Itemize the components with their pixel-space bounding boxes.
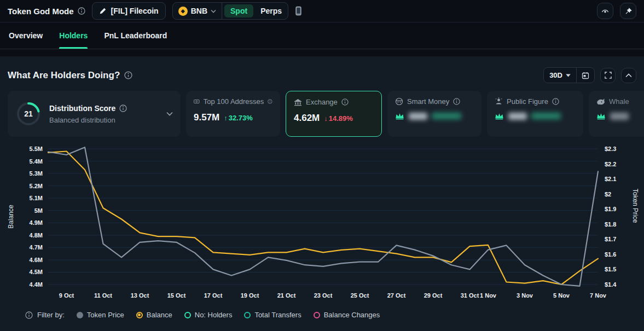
app-title: Token God Mode [8, 7, 85, 16]
divider [222, 3, 222, 19]
page-tabs: Overview Holders PnL Leaderboard [0, 22, 644, 49]
svg-text:$2.3: $2.3 [605, 146, 616, 152]
card-smart-money[interactable]: Smart Money [387, 91, 481, 137]
distribution-score-gauge: 21 [15, 101, 42, 127]
card-title: Top 100 Addresses [204, 97, 264, 106]
card-exchange[interactable]: Exchange 4.62M ↓ 14.89% [286, 91, 382, 137]
up-arrow-icon: ↑ [224, 114, 228, 122]
svg-text:31 Oct: 31 Oct [461, 292, 479, 299]
mobile-device-icon[interactable] [295, 6, 302, 16]
info-icon[interactable] [119, 104, 127, 112]
info-icon[interactable] [78, 7, 85, 15]
collapse-button[interactable] [621, 68, 636, 83]
calendar-button[interactable] [576, 68, 594, 83]
range-dropdown[interactable]: 30D [544, 71, 576, 79]
filter-option-total-transfers[interactable]: Total Transfers [244, 311, 301, 319]
svg-text:4.7M: 4.7M [30, 244, 43, 251]
fullscreen-button[interactable] [600, 68, 616, 83]
tab-pnl-leaderboard[interactable]: PnL Leaderboard [104, 22, 167, 49]
filter-option-balance[interactable]: Balance [136, 311, 172, 319]
svg-text:5.2M: 5.2M [30, 183, 43, 189]
filter-option-token-price[interactable]: Token Price [77, 311, 124, 319]
svg-text:$1.7: $1.7 [605, 236, 616, 242]
card-title: Exchange [306, 98, 338, 106]
distribution-subtitle: Balanced distribution [49, 116, 127, 124]
filter-swatch-icon [184, 312, 191, 318]
svg-text:17 Oct: 17 Oct [204, 292, 223, 299]
filter-swatch-icon [314, 312, 320, 318]
card-public-figure[interactable]: Public Figure [487, 91, 583, 137]
hidden-value-blur [508, 113, 527, 120]
hidden-change-blur [432, 113, 461, 119]
svg-text:5 Nov: 5 Nov [553, 292, 570, 299]
pin-icon [624, 7, 633, 15]
info-icon[interactable] [453, 98, 460, 105]
pencil-icon [99, 7, 107, 15]
filter-swatch-icon [77, 312, 83, 318]
svg-text:1 Nov: 1 Nov [480, 292, 497, 299]
svg-text:$1.6: $1.6 [605, 251, 616, 258]
fullscreen-icon [605, 72, 612, 79]
banknote-icon [194, 98, 200, 105]
card-value: 9.57M [194, 112, 219, 123]
filter-swatch-icon [136, 312, 143, 318]
card-top-100-addresses[interactable]: Top 100 Addresses 9.57M ↑ 32.73% [186, 91, 280, 137]
svg-text:27 Oct: 27 Oct [387, 292, 406, 299]
info-icon[interactable] [341, 98, 349, 106]
filter-option-label: Balance Changes [324, 311, 380, 319]
svg-text:7 Nov: 7 Nov [590, 292, 607, 299]
filter-option-balance-changes[interactable]: Balance Changes [314, 311, 380, 319]
public-figure-icon [495, 97, 503, 106]
tab-overview[interactable]: Overview [9, 22, 43, 49]
svg-text:4.6M: 4.6M [30, 257, 43, 263]
filter-option-label: No: Holders [195, 311, 233, 319]
holders-balance-price-chart: 5.5M5.4M5.3M5.2M5.1M5M4.9M4.8M4.7M4.6M4.… [0, 140, 644, 306]
card-value: 4.62M [294, 113, 320, 124]
date-range-control: 30D [543, 67, 595, 83]
chevron-down-icon [211, 9, 216, 13]
smart-money-icon [395, 97, 403, 106]
holder-category-cards: 21 Distribution Score Balanced distribut… [8, 91, 644, 137]
token-selector[interactable]: [FIL] Filecoin [92, 2, 166, 20]
appearance-button[interactable] [597, 3, 613, 19]
bank-icon [294, 98, 302, 106]
filter-options: Token PriceBalanceNo: HoldersTotal Trans… [77, 311, 380, 319]
chevron-down-icon[interactable] [166, 112, 173, 116]
info-icon[interactable] [268, 98, 272, 105]
svg-text:4.4M: 4.4M [30, 281, 43, 288]
chain-label: BNB [191, 7, 207, 15]
svg-text:11 Oct: 11 Oct [94, 292, 112, 299]
eye-icon [601, 7, 610, 15]
down-arrow-icon: ↓ [324, 114, 328, 123]
pin-button[interactable] [620, 3, 636, 19]
svg-text:9 Oct: 9 Oct [59, 292, 74, 299]
chain-dropdown[interactable]: ◆ BNB [173, 3, 222, 19]
svg-text:13 Oct: 13 Oct [131, 292, 149, 299]
info-icon[interactable] [552, 98, 559, 105]
crown-icon [495, 112, 504, 120]
tab-spot[interactable]: Spot [224, 4, 253, 18]
tab-perps[interactable]: Perps [254, 4, 288, 18]
card-distribution-score[interactable]: 21 Distribution Score Balanced distribut… [8, 91, 181, 137]
filter-option-label: Token Price [87, 311, 124, 319]
hidden-value-blur [610, 113, 629, 120]
svg-text:21 Oct: 21 Oct [277, 292, 296, 299]
chevron-up-icon [625, 73, 632, 78]
card-title: Public Figure [507, 97, 548, 106]
svg-text:25 Oct: 25 Oct [351, 292, 369, 299]
svg-text:$2: $2 [605, 191, 611, 198]
info-icon[interactable] [25, 311, 33, 319]
svg-text:4.5M: 4.5M [30, 269, 43, 275]
svg-text:5M: 5M [34, 207, 43, 214]
tab-holders[interactable]: Holders [59, 22, 88, 49]
filter-option-no-holders[interactable]: No: Holders [184, 311, 233, 319]
hidden-value-blur [409, 113, 427, 120]
card-change: ↑ 32.73% [224, 114, 253, 122]
svg-text:29 Oct: 29 Oct [424, 292, 443, 299]
crown-icon [395, 112, 404, 120]
card-whale[interactable]: Whale [589, 91, 644, 137]
svg-text:5.5M: 5.5M [30, 146, 43, 152]
info-icon[interactable] [124, 71, 132, 79]
card-title: Smart Money [407, 97, 449, 106]
range-value: 30D [549, 71, 562, 79]
